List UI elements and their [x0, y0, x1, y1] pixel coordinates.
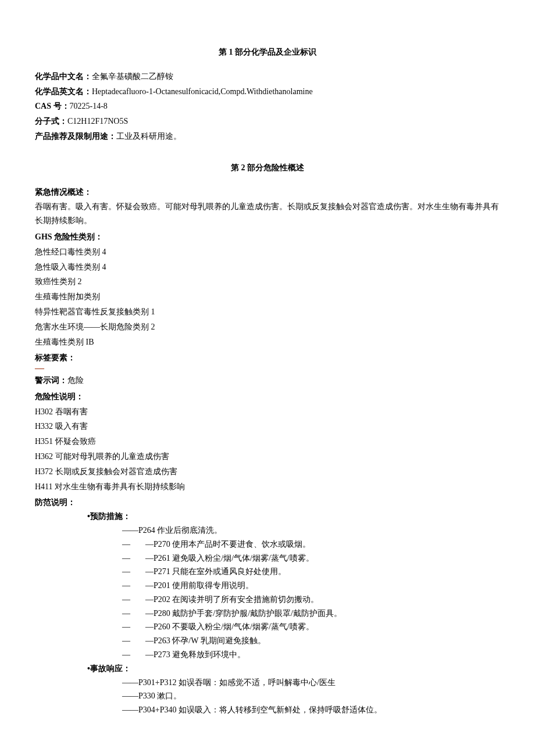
- prevention-item: ——P263 怀孕/W 乳期间避免接触。: [122, 634, 500, 648]
- dash-sep: —: [122, 607, 145, 621]
- prevention-item: ——P280 戴防护手套/穿防护服/戴防护眼罩/戴防护面具。: [122, 607, 500, 621]
- formula-value: C12H12F17NO5S: [67, 117, 128, 126]
- cas-value: 70225-14-8: [70, 102, 108, 110]
- prevention-text: —P202 在阅读并明了所有安全措施前切勿搬动。: [145, 595, 319, 604]
- dash-sep: —: [122, 648, 145, 662]
- hazard-item: H362 可能对母乳喂养的儿童造成伤害: [35, 450, 500, 464]
- dash-sep: —: [122, 579, 145, 593]
- ghs-item: 生殖毒性类别 IB: [35, 335, 500, 349]
- name-en-value: Heptadecafluoro-1-Octanesulfonicacid,Com…: [92, 87, 313, 96]
- prevention-item: ——P271 只能在室外或通风良好处使用。: [122, 565, 500, 579]
- pictogram-placeholder: —: [35, 365, 500, 372]
- prevention-text: —P280 戴防护手套/穿防护服/戴防护眼罩/戴防护面具。: [145, 609, 342, 618]
- formula-line: 分子式：C12H12F17NO5S: [35, 114, 500, 128]
- prevention-text: —P271 只能在室外或通风良好处使用。: [145, 567, 286, 576]
- name-en-label: 化学品英文名：: [35, 87, 92, 96]
- prevention-item: ——P201 使用前取得专用说明。: [122, 579, 500, 593]
- cas-label: CAS 号：: [35, 102, 70, 110]
- dash-sep: —: [122, 620, 145, 634]
- use-value: 工业及科研用途。: [116, 132, 181, 141]
- ghs-label: GHS 危险性类别：: [35, 230, 500, 244]
- hazard-item: H332 吸入有害: [35, 420, 500, 433]
- use-label: 产品推荐及限制用途：: [35, 132, 116, 141]
- name-en-line: 化学品英文名：Heptadecafluoro-1-Octanesulfonica…: [35, 85, 500, 99]
- precaution-label: 防范说明：: [35, 496, 500, 510]
- signal-line: 警示词：危险: [35, 374, 500, 388]
- ghs-item: 危害水生环境——长期危险类别 2: [35, 320, 500, 334]
- ghs-item: 急性经口毒性类别 4: [35, 245, 500, 259]
- emergency-text: 吞咽有害。吸入有害。怀疑会致癌。可能对母乳喂养的儿童造成伤害。长期或反复接触会对…: [35, 200, 500, 228]
- prevention-text: —P201 使用前取得专用说明。: [145, 581, 254, 590]
- dash-sep: —: [122, 565, 145, 579]
- use-line: 产品推荐及限制用途：工业及科研用途。: [35, 130, 500, 144]
- dash-sep: —: [122, 634, 145, 648]
- name-cn-value: 全氟辛基磺酸二乙醇铵: [92, 72, 173, 81]
- hazard-label: 危险性说明：: [35, 390, 500, 404]
- name-cn-line: 化学品中文名：全氟辛基磺酸二乙醇铵: [35, 70, 500, 84]
- prevention-item: ——P264 作业后彻底清洗。: [122, 524, 500, 538]
- name-cn-label: 化学品中文名：: [35, 72, 92, 81]
- ghs-item: 致癌性类别 2: [35, 275, 500, 289]
- section-2-heading: 第 2 部分危险性概述: [35, 161, 500, 175]
- dash-sep: —: [122, 593, 145, 607]
- section-1-heading: 第 1 部分化学品及企业标识: [35, 45, 500, 59]
- signal-value: 危险: [67, 376, 84, 385]
- response-item: ——P301+P312 如误吞咽：如感觉不适，呼叫解毒中心/医生: [122, 676, 500, 690]
- prevention-text: —P261 避免吸入粉尘/烟/气体/烟雾/蒸气/啧雾。: [145, 554, 314, 562]
- label-elements-label: 标签要素：: [35, 351, 500, 365]
- signal-label: 警示词：: [35, 376, 67, 385]
- hazard-item: H372 长期或反复接触会对器官造成伤害: [35, 465, 500, 479]
- response-item: ——P330 漱口。: [122, 689, 500, 703]
- prevention-item: ——P270 使用本产品时不要进食、饮水或吸烟。: [122, 538, 500, 551]
- dash-sep: —: [122, 538, 145, 551]
- prevention-text: —P273 避免释放到环境中。: [145, 650, 245, 659]
- hazard-item: H411 对水生生物有毒并具有长期持续影响: [35, 480, 500, 494]
- response-item: ——P304+P340 如误吸入：将人转移到空气新鲜处，保持呼吸舒适体位。: [122, 703, 500, 717]
- prevention-head: •预防措施：: [87, 510, 500, 524]
- prevention-item: ——P261 避免吸入粉尘/烟/气体/烟雾/蒸气/啧雾。: [122, 551, 500, 565]
- hazard-item: H302 吞咽有害: [35, 405, 500, 419]
- dash-sep: —: [122, 551, 145, 565]
- ghs-item: 特异性靶器官毒性反复接触类别 1: [35, 305, 500, 319]
- cas-line: CAS 号：70225-14-8: [35, 99, 500, 113]
- hazard-item: H351 怀疑会致癌: [35, 435, 500, 449]
- formula-label: 分子式：: [35, 117, 67, 126]
- prevention-text: —P263 怀孕/W 乳期间避免接触。: [145, 636, 266, 645]
- prevention-item: ——P273 避免释放到环境中。: [122, 648, 500, 662]
- response-head: •事故响应：: [87, 662, 500, 676]
- prevention-item: ——P202 在阅读并明了所有安全措施前切勿搬动。: [122, 593, 500, 607]
- emergency-label: 紧急情况概述：: [35, 185, 500, 199]
- prevention-item: ——P260 不要吸入粉尘/烟/气体/烟雾/蒸气/啧雾。: [122, 620, 500, 634]
- prevention-text: —P270 使用本产品时不要进食、饮水或吸烟。: [145, 540, 311, 549]
- ghs-item: 生殖毒性附加类别: [35, 290, 500, 304]
- ghs-item: 急性吸入毒性类别 4: [35, 260, 500, 274]
- prevention-text: —P260 不要吸入粉尘/烟/气体/烟雾/蒸气/啧雾。: [145, 622, 314, 631]
